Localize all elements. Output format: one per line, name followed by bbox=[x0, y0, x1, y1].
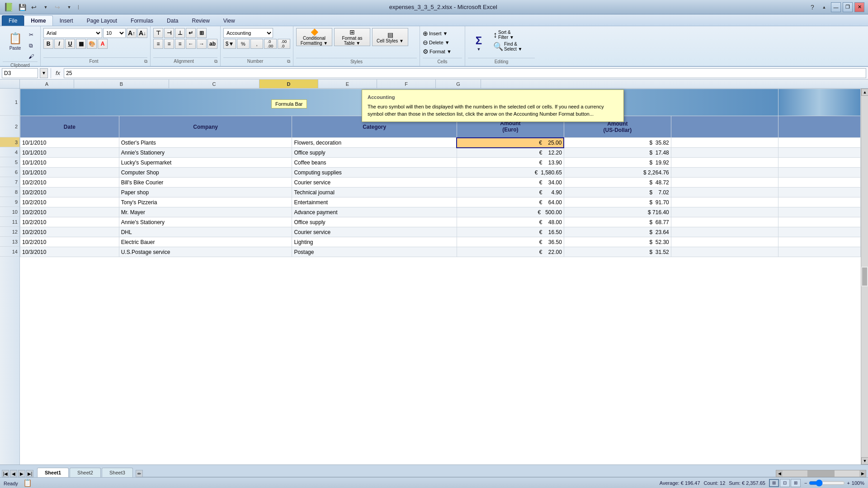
cell-e11[interactable]: $ 68.77 bbox=[564, 217, 671, 227]
cell-a9[interactable]: 10/2/2010 bbox=[20, 197, 119, 207]
h-scroll-thumb[interactable] bbox=[807, 470, 835, 477]
borders-button[interactable]: ▦ bbox=[76, 39, 86, 49]
col-header-e[interactable]: E bbox=[318, 80, 377, 88]
row-num-12[interactable]: 12 bbox=[0, 227, 19, 237]
delete-button[interactable]: Delete ▼ bbox=[429, 40, 450, 45]
cell-c6[interactable]: Computing supplies bbox=[292, 168, 457, 178]
cell-e5[interactable]: $ 19.92 bbox=[564, 158, 671, 168]
first-sheet-button[interactable]: |◀ bbox=[2, 470, 9, 477]
fill-color-button[interactable]: 🎨 bbox=[87, 39, 97, 49]
vertical-scrollbar[interactable]: ▲ ▼ bbox=[861, 89, 868, 465]
row-num-4[interactable]: 4 bbox=[0, 147, 19, 157]
cell-d10[interactable]: € 500.00 bbox=[457, 207, 564, 217]
cell-e7[interactable]: $ 48.72 bbox=[564, 178, 671, 188]
tab-home[interactable]: Home bbox=[24, 15, 52, 26]
col-header-g[interactable]: G bbox=[436, 80, 481, 88]
align-center-button[interactable]: ≡ bbox=[164, 39, 174, 49]
find-select-button[interactable]: 🔍 Find &Select ▼ bbox=[493, 42, 522, 52]
sort-filter-button[interactable]: ↕ Sort &Filter ▼ bbox=[493, 30, 522, 40]
row-num-9[interactable]: 9 bbox=[0, 197, 19, 207]
col-header-c[interactable]: C bbox=[169, 80, 259, 88]
zoom-percent[interactable]: 100% bbox=[852, 480, 864, 486]
cell-c8[interactable]: Technical journal bbox=[292, 188, 457, 197]
row-num-7[interactable]: 7 bbox=[0, 177, 19, 187]
indent-decrease-button[interactable]: ← bbox=[186, 39, 196, 49]
prev-sheet-button[interactable]: ◀ bbox=[10, 470, 17, 477]
increase-decimal-button[interactable]: .0.00 bbox=[264, 39, 277, 49]
underline-button[interactable]: U bbox=[65, 39, 75, 49]
wrap-text-button[interactable]: ↵ bbox=[186, 28, 196, 38]
comma-button[interactable]: , bbox=[250, 39, 263, 49]
cell-d12[interactable]: € 16.50 bbox=[457, 227, 564, 237]
tab-insert[interactable]: Insert bbox=[53, 15, 80, 26]
zoom-slider[interactable] bbox=[809, 479, 845, 487]
redo-button[interactable]: ↪ bbox=[52, 2, 62, 12]
horizontal-scrollbar[interactable]: ◀ ▶ bbox=[776, 470, 866, 477]
close-button[interactable]: ✕ bbox=[854, 2, 864, 12]
merge-button[interactable]: ⊞ bbox=[197, 28, 207, 38]
cell-e10[interactable]: $ 716.40 bbox=[564, 207, 671, 217]
cell-e9[interactable]: $ 91.70 bbox=[564, 197, 671, 207]
next-sheet-button[interactable]: ▶ bbox=[18, 470, 25, 477]
cell-d4[interactable]: € 12.20 bbox=[457, 148, 564, 158]
cell-c3[interactable]: Flowers, decoration bbox=[292, 138, 457, 148]
font-face-select[interactable]: Arial bbox=[43, 28, 102, 38]
col-header-b[interactable]: B bbox=[74, 80, 169, 88]
tab-review[interactable]: Review bbox=[185, 15, 216, 26]
cell-c11[interactable]: Office supply bbox=[292, 217, 457, 227]
cell-b10[interactable]: Mr. Mayer bbox=[119, 207, 292, 217]
cell-e6[interactable]: $ 2,264.76 bbox=[564, 168, 671, 178]
paste-button[interactable]: 📋 Paste bbox=[5, 28, 26, 54]
cell-d9[interactable]: € 64.00 bbox=[457, 197, 564, 207]
sheet-tab-1[interactable]: Sheet1 bbox=[37, 468, 69, 477]
increase-font-button[interactable]: A↑ bbox=[127, 28, 137, 38]
conditional-formatting-button[interactable]: 🔶 ConditionalFormatting ▼ bbox=[296, 28, 332, 46]
cell-d11[interactable]: € 48.00 bbox=[457, 217, 564, 227]
cell-b5[interactable]: Lucky's Supermarket bbox=[119, 158, 292, 168]
scroll-thumb[interactable] bbox=[862, 267, 867, 286]
minimize-button[interactable]: — bbox=[831, 2, 841, 12]
normal-view-button[interactable]: ⊞ bbox=[769, 479, 779, 487]
tab-formulas[interactable]: Formulas bbox=[124, 15, 160, 26]
row-num-1[interactable]: 1 bbox=[0, 89, 19, 116]
format-painter-button[interactable]: 🖌 bbox=[26, 52, 36, 61]
cell-d13[interactable]: € 36.50 bbox=[457, 237, 564, 247]
decrease-decimal-button[interactable]: .00.0 bbox=[278, 39, 290, 49]
cell-e12[interactable]: $ 23.64 bbox=[564, 227, 671, 237]
cell-b11[interactable]: Annie's Stationery bbox=[119, 217, 292, 227]
customize-qa-button[interactable]: ▼ bbox=[64, 2, 74, 12]
sheet-tab-3[interactable]: Sheet3 bbox=[102, 468, 133, 477]
row-num-2[interactable]: 2 bbox=[0, 116, 19, 137]
align-top-button[interactable]: ⊤ bbox=[153, 28, 163, 38]
scroll-down-button[interactable]: ▼ bbox=[861, 457, 868, 465]
row-num-11[interactable]: 11 bbox=[0, 217, 19, 227]
row-num-14[interactable]: 14 bbox=[0, 247, 19, 257]
cell-e3[interactable]: $ 35.82 bbox=[564, 138, 671, 148]
row-num-3[interactable]: 3 bbox=[0, 137, 19, 147]
cell-c9[interactable]: Entertainment bbox=[292, 197, 457, 207]
indent-increase-button[interactable]: → bbox=[197, 39, 207, 49]
cell-b8[interactable]: Paper shop bbox=[119, 188, 292, 197]
cell-d5[interactable]: € 13.90 bbox=[457, 158, 564, 168]
save-button[interactable]: 💾 bbox=[17, 2, 27, 12]
zoom-in-button[interactable]: + bbox=[847, 480, 849, 486]
add-sheet-button[interactable]: ✏ bbox=[136, 470, 143, 477]
insert-button[interactable]: Insert ▼ bbox=[429, 31, 448, 36]
page-layout-view-button[interactable]: ⊡ bbox=[780, 479, 790, 487]
cell-c14[interactable]: Postage bbox=[292, 247, 457, 257]
zoom-out-button[interactable]: − bbox=[804, 480, 807, 486]
cell-d6[interactable]: € 1,580.65 bbox=[457, 168, 564, 178]
percent-button[interactable]: % bbox=[237, 39, 250, 49]
cell-b13[interactable]: Electric Bauer bbox=[119, 237, 292, 247]
row-num-8[interactable]: 8 bbox=[0, 187, 19, 197]
row-num-10[interactable]: 10 bbox=[0, 207, 19, 217]
currency-button[interactable]: $▼ bbox=[223, 39, 236, 49]
align-bottom-button[interactable]: ⊥ bbox=[175, 28, 185, 38]
page-break-view-button[interactable]: ⊞ bbox=[791, 479, 801, 487]
undo-button[interactable]: ↩ bbox=[29, 2, 39, 12]
cell-a10[interactable]: 10/2/2010 bbox=[20, 207, 119, 217]
cell-a11[interactable]: 10/2/2010 bbox=[20, 217, 119, 227]
align-middle-button[interactable]: ⊣ bbox=[164, 28, 174, 38]
cell-c7[interactable]: Courier service bbox=[292, 178, 457, 188]
bold-button[interactable]: B bbox=[43, 39, 53, 49]
